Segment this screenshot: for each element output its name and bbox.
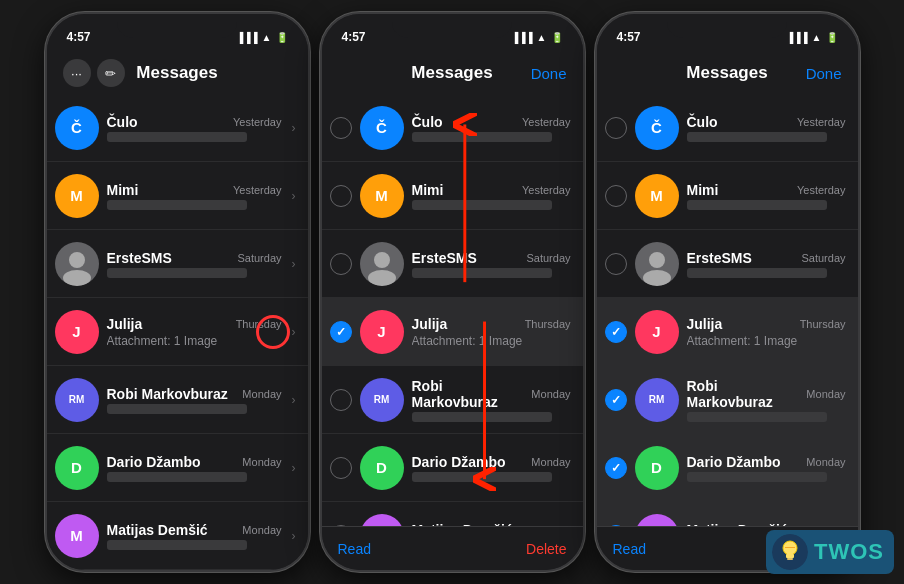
list-item[interactable]: M Matijas Demšić Monday: [597, 502, 858, 526]
avatar: M: [55, 174, 99, 218]
list-item[interactable]: M Matijas Demšić Monday ›: [47, 502, 308, 570]
message-content: Mimi Yesterday: [412, 182, 571, 210]
select-circle[interactable]: [605, 525, 627, 527]
message-time: Monday: [531, 388, 570, 400]
done-button-2[interactable]: Done: [531, 65, 567, 82]
compose-button-1[interactable]: ✏: [97, 59, 125, 87]
svg-point-0: [69, 252, 85, 268]
select-circle[interactable]: [605, 389, 627, 411]
select-circle[interactable]: [330, 525, 352, 527]
chevron-icon: ›: [292, 121, 296, 135]
contact-name: Čulo: [107, 114, 138, 130]
contact-name: Robi Markovburaz: [412, 378, 532, 410]
notch-2: [392, 14, 512, 38]
message-header: Mimi Yesterday: [107, 182, 282, 198]
message-header: Čulo Yesterday: [687, 114, 846, 130]
message-content: Čulo Yesterday: [412, 114, 571, 142]
read-button-2[interactable]: Read: [338, 541, 371, 557]
message-header: Matijas Demšić Monday: [412, 522, 571, 527]
bottom-bar-2: Read Delete: [322, 526, 583, 570]
message-time: Monday: [806, 524, 845, 527]
list-item[interactable]: M Matijas Demšić Monday: [322, 502, 583, 526]
list-item[interactable]: J Julija Thursday Attachment: 1 Image: [322, 298, 583, 366]
message-header: Matijas Demšić Monday: [107, 522, 282, 538]
svg-point-1: [63, 270, 91, 286]
list-item[interactable]: ErsteSMS Saturday: [322, 230, 583, 298]
contact-name: Julija: [687, 316, 723, 332]
message-header: Čulo Yesterday: [412, 114, 571, 130]
delete-button-2[interactable]: Delete: [526, 541, 566, 557]
list-item[interactable]: J Julija Thursday Attachment: 1 Image ›: [47, 298, 308, 366]
select-circle[interactable]: [605, 185, 627, 207]
list-item[interactable]: RM Robi Markovburaz Monday: [597, 366, 858, 434]
select-circle[interactable]: [605, 321, 627, 343]
avatar: RM: [360, 378, 404, 422]
status-time-3: 4:57: [617, 30, 641, 44]
select-circle[interactable]: [330, 117, 352, 139]
message-preview: [412, 472, 552, 482]
message-time: Yesterday: [797, 116, 846, 128]
select-circle[interactable]: [330, 185, 352, 207]
contact-name: ErsteSMS: [412, 250, 477, 266]
read-button-3[interactable]: Read: [613, 541, 646, 557]
message-preview: [107, 540, 247, 550]
select-circle[interactable]: [330, 253, 352, 275]
svg-point-6: [649, 252, 665, 268]
main-container: 4:57 ▐▐▐ ▲ 🔋 ··· ✏ Messages: [0, 0, 904, 584]
select-circle[interactable]: [330, 389, 352, 411]
message-header: Dario Džambo Monday: [412, 454, 571, 470]
list-item[interactable]: M Mimi Yesterday: [597, 162, 858, 230]
select-circle[interactable]: [330, 321, 352, 343]
message-preview: [107, 132, 247, 142]
nav-title-1: Messages: [136, 63, 217, 83]
list-item[interactable]: RM Robi Markovburaz Monday ›: [47, 366, 308, 434]
avatar: [360, 242, 404, 286]
more-button-1[interactable]: ···: [63, 59, 91, 87]
message-time: Monday: [806, 388, 845, 400]
list-item[interactable]: M Mimi Yesterday ›: [47, 162, 308, 230]
message-preview: [412, 268, 552, 278]
message-header: Julija Thursday: [412, 316, 571, 332]
message-time: Thursday: [236, 318, 282, 330]
message-time: Monday: [242, 456, 281, 468]
svg-rect-10: [786, 554, 794, 558]
signal-icon-1: ▐▐▐: [236, 32, 257, 43]
list-item[interactable]: ErsteSMS Saturday: [597, 230, 858, 298]
nav-title-2: Messages: [411, 63, 492, 83]
svg-point-7: [643, 270, 671, 286]
list-item[interactable]: ErsteSMS Saturday ›: [47, 230, 308, 298]
message-content: Mimi Yesterday: [687, 182, 846, 210]
select-circle[interactable]: [330, 457, 352, 479]
chevron-icon: ›: [292, 461, 296, 475]
list-item[interactable]: D Dario Džambo Monday ›: [47, 434, 308, 502]
message-header: Julija Thursday: [107, 316, 282, 332]
list-item[interactable]: D Dario Džambo Monday: [597, 434, 858, 502]
phone-inner-1: 4:57 ▐▐▐ ▲ 🔋 ··· ✏ Messages: [47, 14, 308, 570]
done-button-3[interactable]: Done: [806, 65, 842, 82]
list-item[interactable]: Č Čulo Yesterday: [597, 94, 858, 162]
message-time: Thursday: [800, 318, 846, 330]
phone-inner-3: 4:57 ▐▐▐ ▲ 🔋 Messages Done Č: [597, 14, 858, 570]
list-item[interactable]: J Julija Thursday Attachment: 1 Image: [597, 298, 858, 366]
select-circle[interactable]: [605, 253, 627, 275]
wifi-icon-1: ▲: [262, 32, 272, 43]
message-list-2: Č Čulo Yesterday M Mimi: [322, 94, 583, 526]
avatar: Č: [55, 106, 99, 150]
list-item[interactable]: Č Čulo Yesterday ›: [47, 94, 308, 162]
list-item[interactable]: RM Robi Markovburaz Monday: [322, 366, 583, 434]
message-time: Thursday: [525, 318, 571, 330]
contact-name: Dario Džambo: [687, 454, 781, 470]
contact-name: Robi Markovburaz: [107, 386, 228, 402]
list-item[interactable]: D Dario Džambo Monday: [322, 434, 583, 502]
list-item[interactable]: Č Čulo Yesterday: [322, 94, 583, 162]
message-header: Mimi Yesterday: [412, 182, 571, 198]
select-circle[interactable]: [605, 457, 627, 479]
avatar: Č: [360, 106, 404, 150]
list-item[interactable]: M Mimi Yesterday: [322, 162, 583, 230]
contact-name: ErsteSMS: [107, 250, 172, 266]
select-circle[interactable]: [605, 117, 627, 139]
notch-1: [117, 14, 237, 38]
notch-3: [667, 14, 787, 38]
wifi-icon-3: ▲: [812, 32, 822, 43]
message-header: Mimi Yesterday: [687, 182, 846, 198]
